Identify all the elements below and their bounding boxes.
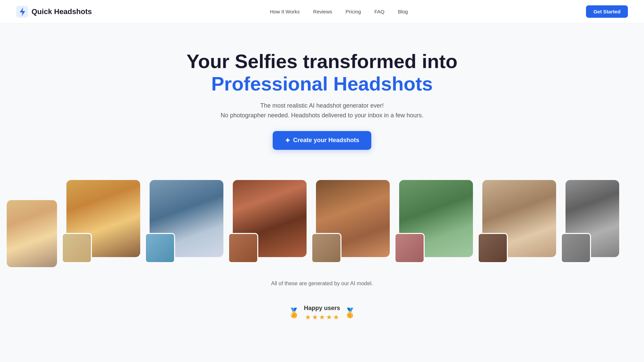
selfie-thumb	[228, 233, 258, 263]
star-5: ★	[333, 313, 339, 321]
hero-headline: Your Selfies transformed into Profession…	[7, 50, 637, 95]
logo-text: Quick Headshots	[32, 7, 92, 16]
cta-button-label: Create your Headshots	[293, 137, 359, 144]
nav-faq[interactable]: FAQ	[374, 9, 384, 14]
gallery-item	[482, 180, 556, 257]
selfie-thumb	[478, 233, 508, 263]
gallery-item	[150, 180, 223, 257]
gallery-section: All of these are generated by our AI mod…	[0, 180, 644, 297]
star-1: ★	[305, 313, 311, 321]
selfie-thumb	[62, 233, 92, 263]
gallery-item	[566, 180, 619, 257]
happy-users-label: Happy users	[304, 305, 340, 312]
happy-users-section: 🏅 Happy users ★ ★ ★ ★ ★ 🏅	[0, 305, 644, 335]
happy-users-badge: 🏅 Happy users ★ ★ ★ ★ ★ 🏅	[288, 305, 356, 321]
hero-headline-line1: Your Selfies transformed into	[186, 50, 458, 72]
hero-subtitle: The most realistic AI headshot generator…	[7, 101, 637, 120]
gallery-item	[316, 180, 390, 257]
gallery-track	[0, 180, 644, 267]
logo-link[interactable]: Quick Headshots	[16, 6, 92, 18]
hero-subtitle-line2: No photographer needed. Headshots delive…	[7, 111, 637, 120]
gallery-item	[233, 180, 307, 257]
gallery-item	[399, 180, 473, 257]
hero-section: Your Selfies transformed into Profession…	[0, 23, 644, 163]
nav-how-it-works[interactable]: How It Works	[270, 9, 300, 14]
laurel-right-icon: 🏅	[344, 307, 356, 318]
star-2: ★	[312, 313, 318, 321]
navbar: Quick Headshots How It Works Reviews Pri…	[0, 0, 644, 23]
gallery-caption: All of these are generated by our AI mod…	[0, 281, 644, 287]
selfie-thumb	[394, 233, 425, 263]
nav-reviews[interactable]: Reviews	[313, 9, 332, 14]
selfie-thumb	[311, 233, 341, 263]
nav-pricing[interactable]: Pricing	[345, 9, 361, 14]
get-started-button[interactable]: Get Started	[586, 5, 628, 18]
laurel-left-icon: 🏅	[288, 307, 300, 318]
cta-button[interactable]: ✦ Create your Headshots	[273, 131, 371, 150]
nav-blog[interactable]: Blog	[398, 9, 408, 14]
gallery-item	[66, 180, 140, 257]
lightning-icon	[16, 6, 28, 18]
selfie-thumb	[561, 233, 591, 263]
hero-headline-line2: Professional Headshots	[211, 73, 433, 95]
star-rating: ★ ★ ★ ★ ★	[304, 313, 340, 321]
sparkle-icon: ✦	[285, 136, 290, 144]
gallery-item	[7, 200, 57, 267]
star-4: ★	[326, 313, 332, 321]
selfie-thumb	[145, 233, 175, 263]
hero-subtitle-line1: The most realistic AI headshot generator…	[7, 101, 637, 111]
star-3: ★	[319, 313, 325, 321]
nav-links: How It Works Reviews Pricing FAQ Blog	[270, 9, 408, 15]
headshot-photo	[7, 200, 57, 267]
